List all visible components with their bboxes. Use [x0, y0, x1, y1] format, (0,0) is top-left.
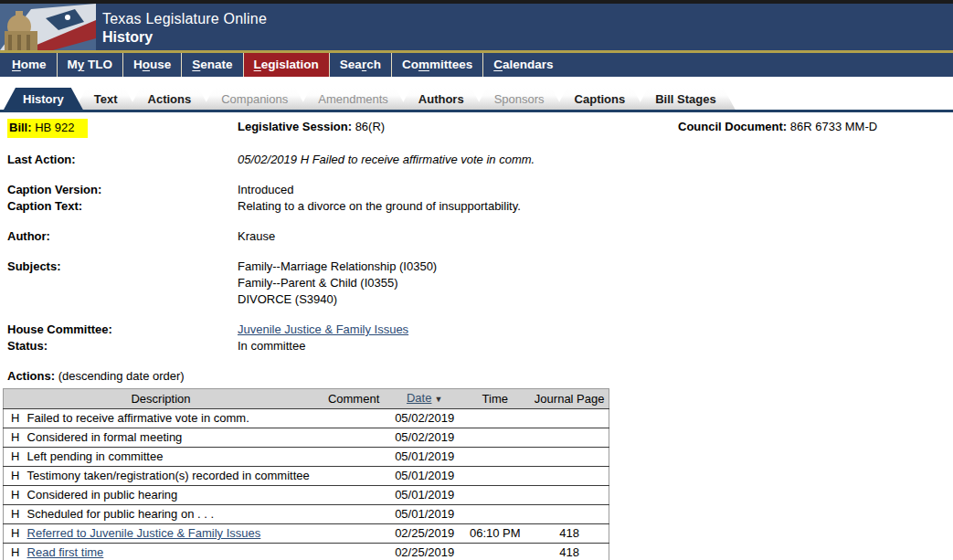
action-chamber: H	[4, 467, 24, 486]
action-date: 05/01/2019	[389, 505, 460, 524]
action-chamber: H	[4, 505, 24, 524]
bill-number-highlight: Bill: HB 922	[7, 119, 88, 138]
session-value: 86(R)	[355, 120, 386, 133]
bill-value: HB 922	[35, 121, 74, 134]
action-chamber: H	[4, 428, 24, 448]
action-time	[460, 467, 530, 486]
actions-heading-note: (descending date order)	[58, 369, 185, 383]
nav-item-home[interactable]: Home	[2, 53, 57, 77]
column-header-date: Date▼	[389, 389, 460, 409]
action-date: 05/02/2019	[389, 428, 460, 448]
action-description-link[interactable]: Read first time	[27, 545, 104, 559]
subjects-label: Subjects:	[7, 259, 238, 308]
column-header-comment: Comment	[318, 389, 389, 409]
site-title: Texas Legislature Online	[102, 10, 953, 28]
action-row: HFailed to receive affirmative vote in c…	[4, 409, 609, 428]
action-chamber: H	[4, 409, 24, 428]
date-sort-link[interactable]: Date	[407, 391, 431, 405]
tab-bill-stages[interactable]: Bill Stages	[636, 88, 735, 110]
actions-table-header-row: Description Comment Date▼ Time Journal P…	[4, 389, 609, 409]
action-description: Failed to receive affirmative vote in co…	[24, 409, 318, 428]
actions-table: Description Comment Date▼ Time Journal P…	[3, 388, 609, 560]
action-time: 06:10 PM	[460, 524, 530, 544]
column-header-time: Time	[460, 389, 530, 409]
action-comment	[318, 428, 389, 448]
column-header-journal-page: Journal Page	[530, 389, 609, 409]
action-date: 02/25/2019	[389, 524, 460, 544]
action-time	[460, 428, 530, 448]
action-row: HTestimony taken/registration(s) recorde…	[4, 467, 609, 486]
bill-label: Bill:	[9, 121, 32, 134]
subject-item: Family--Parent & Child (I0355)	[238, 275, 946, 291]
nav-item-calendars[interactable]: Calendars	[482, 53, 563, 77]
action-comment	[318, 505, 389, 524]
committee-status-block: House Committee: Juvenile Justice & Fami…	[7, 322, 946, 354]
tab-actions[interactable]: Actions	[129, 88, 211, 110]
subject-item: Family--Marriage Relationship (I0350)	[238, 259, 946, 275]
caption-version-label: Caption Version:	[7, 182, 238, 198]
tab-companions: Companions	[202, 88, 307, 110]
action-journal-page	[530, 467, 609, 486]
last-action-label: Last Action:	[7, 152, 238, 168]
status-value: In committee	[238, 338, 946, 354]
caption-version-value: Introduced	[238, 182, 946, 198]
action-date: 05/01/2019	[389, 467, 460, 486]
tab-amendments: Amendments	[299, 88, 408, 110]
tab-authors[interactable]: Authors	[399, 88, 483, 110]
nav-item-committees[interactable]: Committees	[391, 53, 482, 77]
action-chamber: H	[4, 448, 24, 467]
action-time	[460, 505, 530, 524]
caption-text-label: Caption Text:	[7, 198, 238, 215]
action-description: Considered in formal meeting	[24, 428, 318, 448]
action-journal-page	[530, 505, 609, 524]
action-chamber: H	[4, 544, 24, 560]
action-date: 05/01/2019	[389, 486, 460, 505]
action-row: HLeft pending in committee05/01/2019	[4, 448, 609, 467]
status-label: Status:	[7, 338, 238, 354]
nav-item-my-tlo[interactable]: My TLO	[57, 53, 123, 77]
actions-heading: Actions: (descending date order)	[7, 368, 946, 385]
house-committee-link[interactable]: Juvenile Justice & Family Issues	[238, 322, 408, 336]
action-comment	[318, 544, 389, 560]
last-action-value: 05/02/2019 H Failed to receive affirmati…	[238, 152, 946, 168]
capitol-flag-logo	[0, 4, 96, 50]
subjects-values: Family--Marriage Relationship (I0350)Fam…	[238, 259, 946, 308]
action-row: HReferred to Juvenile Justice & Family I…	[4, 524, 609, 544]
nav-item-house[interactable]: House	[122, 53, 181, 77]
subject-item: DIVORCE (S3940)	[238, 291, 946, 308]
action-comment	[318, 524, 389, 544]
nav-item-legislation[interactable]: Legislation	[243, 53, 329, 77]
action-comment	[318, 467, 389, 486]
subjects-row: Subjects: Family--Marriage Relationship …	[7, 259, 946, 308]
bill-header-row: Bill: HB 922 Legislative Session: 86(R) …	[7, 119, 946, 138]
action-description: Read first time	[24, 544, 318, 560]
nav-item-senate[interactable]: Senate	[181, 53, 242, 77]
actions-heading-label: Actions:	[7, 369, 55, 383]
action-description: Testimony taken/registration(s) recorded…	[24, 467, 318, 486]
action-date: 05/02/2019	[389, 409, 460, 428]
action-comment	[318, 448, 389, 467]
action-comment	[318, 486, 389, 505]
action-description-link[interactable]: Referred to Juvenile Justice & Family Is…	[27, 526, 261, 540]
action-chamber: H	[4, 524, 24, 544]
tab-sponsors: Sponsors	[475, 88, 564, 110]
tab-captions[interactable]: Captions	[556, 88, 645, 110]
caption-text-value: Relating to a divorce on the ground of i…	[238, 198, 946, 215]
action-description: Left pending in committee	[24, 448, 318, 467]
author-value: Krause	[238, 228, 946, 245]
actions-table-body: HFailed to receive affirmative vote in c…	[4, 409, 609, 560]
tab-text[interactable]: Text	[75, 88, 137, 110]
nav-item-search[interactable]: Search	[329, 53, 391, 77]
action-journal-page: 418	[530, 544, 609, 560]
action-journal-page	[530, 428, 609, 448]
action-row: HConsidered in formal meeting05/02/2019	[4, 428, 609, 448]
action-description: Referred to Juvenile Justice & Family Is…	[24, 524, 318, 544]
action-row: HConsidered in public hearing05/01/2019	[4, 486, 609, 505]
tab-history[interactable]: History	[4, 88, 83, 110]
action-journal-page: 418	[530, 524, 609, 544]
action-journal-page	[530, 486, 609, 505]
action-date: 02/25/2019	[389, 544, 460, 560]
house-committee-label: House Committee:	[7, 322, 238, 338]
page-title: History	[102, 28, 953, 47]
tab-bar: HistoryTextActionsCompanionsAmendmentsAu…	[0, 88, 953, 110]
